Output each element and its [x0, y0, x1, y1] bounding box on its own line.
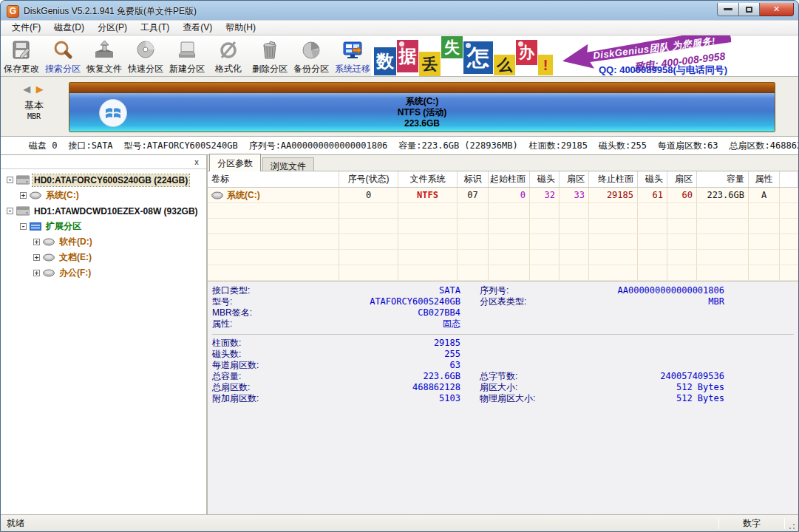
toolbar-label: 快速分区 [128, 63, 163, 75]
new-partition-button[interactable]: 新建分区 [166, 35, 208, 76]
disk-serial: 序列号:AA000000000000001806 [249, 140, 388, 152]
minimize-icon [724, 8, 732, 10]
format-icon [217, 38, 240, 62]
cell-start-head: 32 [530, 188, 560, 202]
column-header[interactable]: 磁头 [530, 171, 560, 187]
tree-item-documents-e[interactable]: + 文档(E:) [1, 250, 206, 265]
delete-partition-icon [258, 38, 282, 62]
tree-item-hd1[interactable]: - HD1:ATAWDCWD10EZEX-08W (932GB) [1, 203, 206, 219]
menu-disk[interactable]: 磁盘(D) [47, 20, 91, 35]
details-section-geometry: 柱面数:29185 磁头数:255 每道扇区数:63 总容量:223.6GB总字… [212, 334, 794, 409]
hard-disk-icon [16, 175, 30, 185]
menu-file[interactable]: 文件(F) [5, 20, 47, 35]
status-bar: 就绪 数字 [1, 514, 798, 531]
partition-table-type-label: MBR [1, 112, 67, 120]
disk-cylinders: 柱面数:29185 [529, 140, 588, 152]
column-header[interactable]: 属性 [749, 171, 780, 187]
tree-item-hd0[interactable]: - HD0:ATAFORCY600S240GB (224GB) [1, 172, 206, 188]
cell-start-sector: 33 [560, 188, 589, 202]
close-button[interactable]: ✕ [760, 3, 794, 16]
cell-end-sector: 60 [667, 188, 697, 202]
tree-item-software-d[interactable]: + 软件(D:) [1, 234, 206, 250]
partition-table: 卷标 序号(状态) 文件系统 标识 起始柱面 磁头 扇区 终止柱面 磁头 扇区 … [208, 171, 798, 281]
expand-icon[interactable]: + [33, 254, 40, 261]
tab-browse-files[interactable]: 浏览文件 [262, 157, 314, 171]
column-header[interactable]: 扇区 [667, 171, 697, 187]
column-header[interactable]: 终止柱面 [589, 171, 638, 187]
cell-end-cylinder: 29185 [589, 188, 638, 202]
expand-icon[interactable]: + [20, 192, 27, 199]
app-logo-icon: G [7, 5, 19, 18]
table-row-system-c[interactable]: 系统(C:) 0 NTFS 07 0 32 33 29185 61 60 223… [208, 188, 798, 203]
maximize-icon [746, 7, 752, 13]
quick-partition-button[interactable]: 快速分区 [125, 35, 166, 76]
menu-help[interactable]: 帮助(H) [219, 20, 262, 35]
tab-partition-params[interactable]: 分区参数 [209, 154, 261, 171]
recover-files-button[interactable]: 恢复文件 [84, 35, 125, 76]
tree-item-system-c[interactable]: + 系统(C:) [1, 188, 206, 203]
toolbar-label: 删除分区 [252, 63, 288, 75]
backup-partition-button[interactable]: 备份分区 [290, 35, 332, 76]
search-icon [51, 38, 75, 62]
recover-files-icon [92, 38, 116, 62]
column-header[interactable]: 卷标 [208, 171, 339, 187]
partition-bar-header [69, 83, 775, 93]
ad-tile: 丢 [419, 52, 441, 76]
table-row-empty [208, 250, 798, 265]
cell-volume: 系统(C:) [227, 189, 260, 202]
collapse-icon[interactable]: - [20, 223, 27, 230]
disk-heads: 磁头数:255 [599, 140, 647, 152]
disk-capacity: 容量:223.6GB (228936MB) [398, 140, 517, 152]
prev-disk-arrow-icon[interactable]: ◀ [23, 83, 32, 95]
expand-icon[interactable]: + [33, 239, 40, 245]
tree-item-office-f[interactable]: + 办公(F:) [1, 265, 206, 281]
title-bar[interactable]: G DiskGenius V5.2.1.941 免费版(单文件PE版) ✕ [1, 1, 798, 20]
disk-number: 磁盘 0 [29, 140, 57, 152]
ad-banner[interactable]: 数 据 丢 失 怎 么 办 ! DiskGenius团队 为您服务! 致电: 4… [371, 35, 798, 76]
menu-view[interactable]: 查看(V) [176, 20, 219, 35]
menu-tools[interactable]: 工具(T) [134, 20, 176, 35]
column-header[interactable]: 容量 [697, 171, 749, 187]
hard-disk-icon [16, 206, 30, 216]
next-disk-arrow-icon[interactable]: ▶ [36, 83, 45, 95]
disk-info-bar: 磁盘 0 接口:SATA 型号:ATAFORCY600S240GB 序列号:AA… [1, 137, 798, 155]
column-header[interactable]: 扇区 [560, 171, 589, 187]
collapse-icon[interactable]: - [7, 177, 13, 183]
partition-bar-label: 系统(C:) NTFS (活动) 223.6GB [69, 96, 775, 129]
ad-tile: 怎 [463, 41, 493, 74]
backup-partition-icon [299, 38, 323, 62]
partition-map-view: ◀ ▶ 基本 MBR 系统(C:) NTFS (活动) 223.6GB [1, 77, 798, 137]
partition-bar-system-c[interactable]: 系统(C:) NTFS (活动) 223.6GB [69, 82, 775, 132]
delete-partition-button[interactable]: 删除分区 [249, 35, 290, 76]
ad-tile: ! [538, 55, 553, 75]
disk-tree-panel: x - HD0:ATAFORCY600S240GB (224GB) + 系统(C… [1, 155, 208, 514]
system-migrate-button[interactable]: 系统迁移 [332, 35, 373, 76]
tree-panel-close-icon[interactable]: x [191, 157, 202, 166]
resize-grip[interactable] [785, 519, 797, 531]
maximize-button[interactable] [739, 3, 760, 16]
ad-tile: 办 [516, 40, 537, 65]
ad-tile: 数 [374, 47, 396, 75]
toolbar-label: 系统迁移 [335, 63, 370, 75]
column-header[interactable]: 标识 [458, 171, 489, 187]
toolbar-label: 新建分区 [169, 63, 205, 75]
column-header[interactable]: 磁头 [638, 171, 667, 187]
volume-icon [30, 191, 41, 200]
column-header[interactable]: 序号(状态) [339, 171, 398, 187]
toolbar-label: 格式化 [215, 63, 242, 75]
tree-item-extended-partition[interactable]: - 扩展分区 [1, 219, 206, 234]
collapse-icon[interactable]: - [7, 208, 13, 214]
minimize-button[interactable] [717, 3, 739, 16]
cell-filesystem: NTFS [398, 188, 458, 202]
save-changes-button[interactable]: 保存更改 [1, 35, 42, 76]
format-button[interactable]: 格式化 [208, 35, 249, 76]
column-header[interactable]: 文件系统 [398, 171, 458, 187]
search-partition-button[interactable]: 搜索分区 [42, 35, 84, 76]
expand-icon[interactable]: + [33, 270, 40, 276]
ad-tile: 失 [441, 36, 463, 58]
menu-partition[interactable]: 分区(P) [91, 20, 134, 35]
extended-partition-icon [30, 222, 41, 231]
quick-partition-icon [134, 38, 157, 62]
column-header[interactable]: 起始柱面 [489, 171, 530, 187]
cell-start-cylinder: 0 [489, 188, 530, 202]
